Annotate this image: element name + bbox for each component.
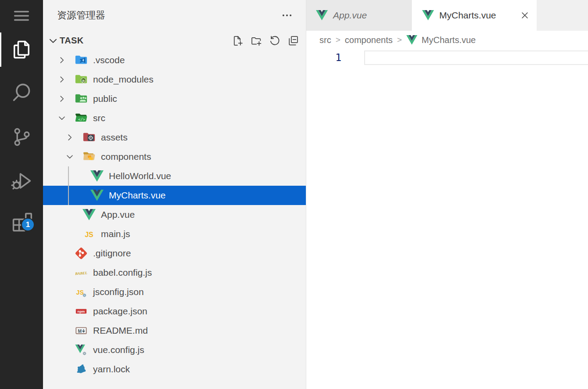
chevron-down-icon: [47, 35, 59, 47]
new-folder-icon: [250, 35, 262, 47]
chevron-down-icon: [57, 113, 75, 123]
tree-item-label: jsconfig.json: [93, 287, 144, 297]
vue-config-icon: [75, 343, 88, 357]
svg-text:BABEL: BABEL: [75, 270, 87, 276]
tree-item-label: App.vue: [101, 209, 135, 220]
tree-item-label: .gitignore: [93, 248, 131, 259]
tree-item-app-vue[interactable]: App.vue: [43, 205, 306, 224]
babel-icon: BABEL: [75, 266, 88, 279]
code-line-1: 1: [306, 50, 588, 65]
search-icon: [10, 81, 33, 104]
close-icon: [520, 11, 530, 20]
more-actions-button[interactable]: [280, 8, 294, 23]
tree-item-jsconfig-json[interactable]: JSjsconfig.json: [43, 282, 306, 302]
js-icon: JS: [82, 227, 96, 241]
vue-icon: [422, 10, 434, 21]
chevron-right-icon: [65, 133, 82, 142]
folder-components-icon: [82, 150, 96, 163]
breadcrumb-label: src: [319, 35, 331, 45]
tree-item-main-js[interactable]: JSmain.js: [43, 224, 306, 244]
tree-item-babel-config-js[interactable]: BABELbabel.config.js: [43, 263, 306, 282]
chevron-right-icon: [57, 55, 75, 65]
svg-text:</>: </>: [78, 117, 85, 122]
tab-label: MyCharts.vue: [439, 10, 496, 21]
tab-mycharts-vue[interactable]: MyCharts.vue: [412, 0, 537, 31]
tree-item-label: babel.config.js: [93, 267, 152, 278]
folder-src-icon: </>: [75, 112, 88, 125]
code-area[interactable]: 1: [306, 49, 588, 65]
svg-text:JS: JS: [76, 289, 84, 296]
vue-icon: [316, 10, 328, 21]
git-icon: [75, 247, 88, 260]
folder-public-icon: [75, 92, 88, 105]
sidebar-explorer: 资源管理器 TASK .vscodejsnode_modulespublic</…: [43, 0, 306, 389]
tree-item-label: node_modules: [93, 74, 154, 85]
new-folder-button[interactable]: [249, 33, 264, 48]
source-control-icon: [10, 126, 33, 148]
yarn-icon: [75, 363, 88, 376]
line-number: 1: [306, 50, 341, 65]
tree-item-gitignore[interactable]: .gitignore: [43, 244, 306, 263]
new-file-icon: [232, 35, 244, 47]
tree-item-yarn-lock[interactable]: yarn.lock: [43, 360, 306, 379]
tree-item-label: README.md: [93, 325, 148, 336]
tree-item-mycharts-vue[interactable]: MyCharts.vue: [43, 186, 306, 205]
breadcrumb-separator: >: [397, 35, 402, 45]
menu-icon: [11, 6, 32, 26]
sidebar-title: 资源管理器: [57, 9, 280, 22]
indent-guide: [68, 166, 69, 205]
tree-item-label: yarn.lock: [93, 364, 130, 375]
tree-item-label: MyCharts.vue: [109, 190, 166, 201]
section-header-task[interactable]: TASK: [43, 31, 306, 50]
tree-item-helloworld-vue[interactable]: HelloWorld.vue: [43, 166, 306, 186]
breadcrumb-separator: >: [336, 35, 341, 45]
tree-item-src[interactable]: </>src: [43, 108, 306, 128]
activity-item-explorer[interactable]: [0, 34, 43, 65]
sidebar-title-actions: [280, 8, 294, 23]
chevron-down-icon: [65, 152, 82, 162]
breadcrumb-item-mycharts-vue[interactable]: MyCharts.vue: [406, 35, 476, 45]
activity-item-source-control[interactable]: [0, 121, 43, 153]
breadcrumb-item-src[interactable]: src: [319, 35, 331, 45]
vue-icon: [406, 35, 417, 45]
refresh-icon: [269, 35, 281, 47]
folder-assets-icon: [82, 131, 96, 144]
tree-item-label: package.json: [93, 306, 147, 317]
current-line-highlight: [364, 50, 588, 65]
breadcrumb-label: components: [345, 35, 393, 45]
more-icon: [281, 9, 293, 22]
activity-item-run-debug[interactable]: [0, 165, 43, 197]
tree-item-vscode[interactable]: .vscode: [43, 50, 306, 70]
activity-item-search[interactable]: [0, 76, 43, 108]
activity-item-extensions[interactable]: 1: [0, 206, 43, 238]
chevron-right-icon: [57, 94, 75, 104]
tree-item-node-modules[interactable]: jsnode_modules: [43, 70, 306, 89]
tree-item-public[interactable]: public: [43, 89, 306, 108]
close-tab-button[interactable]: [518, 9, 531, 22]
tree-item-label: main.js: [101, 229, 130, 239]
tree-item-readme-md[interactable]: MREADME.md: [43, 321, 306, 340]
svg-text:JS: JS: [85, 231, 93, 238]
tab-app-vue[interactable]: App.vue: [306, 0, 412, 31]
folder-vscode-icon: [75, 54, 88, 67]
activity-item-menu[interactable]: [0, 4, 43, 27]
section-actions: [230, 33, 301, 48]
vue-icon: [90, 169, 104, 183]
refresh-button[interactable]: [267, 33, 282, 48]
tree-item-vue-config-js[interactable]: vue.config.js: [43, 340, 306, 360]
svg-text:npm: npm: [78, 310, 85, 313]
svg-text:M: M: [78, 329, 82, 334]
tree-item-package-json[interactable]: npmpackage.json: [43, 302, 306, 321]
tree-item-assets[interactable]: assets: [43, 128, 306, 147]
collapse-all-button[interactable]: [286, 33, 301, 48]
new-file-button[interactable]: [230, 33, 245, 48]
breadcrumb-label: MyCharts.vue: [422, 35, 476, 45]
svg-text:js: js: [82, 79, 85, 83]
breadcrumb: src>components>MyCharts.vue: [306, 31, 588, 49]
vue-icon: [90, 189, 104, 202]
tree-item-label: src: [93, 113, 105, 123]
tree-item-components[interactable]: components: [43, 147, 306, 166]
breadcrumb-item-components[interactable]: components: [345, 35, 393, 45]
collapse-all-icon: [287, 35, 299, 47]
extensions-badge: 1: [21, 218, 35, 231]
